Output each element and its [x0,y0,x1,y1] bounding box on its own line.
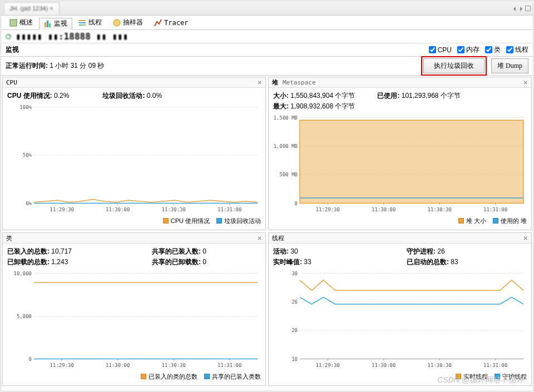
threads-live-label: 活动: [273,247,289,255]
gc-highlight: 执行垃圾回收 [421,56,487,76]
legend-item: 堆 大小 [458,217,486,225]
nav-next-icon[interactable] [518,6,524,11]
svg-rect-2 [47,21,48,27]
tab-menu-icon[interactable] [525,6,531,11]
svg-text:5,000: 5,000 [17,314,32,319]
svg-rect-5 [79,22,86,23]
heap-size-value: 1,550,843,904 个字节 [290,92,355,100]
check-classes[interactable]: 类 [485,45,501,54]
svg-point-7 [113,19,120,26]
heap-used-label: 已使用: [377,92,399,100]
svg-rect-6 [79,24,86,26]
tab-sampler[interactable]: 抽样器 [108,17,148,29]
classes-panel: 类 × 已装入的总数: 10,717 共享的已装入数: 0 已卸载的总数: 1,… [2,232,266,386]
classes-panel-title: 类 [6,234,12,242]
sampler-icon [113,19,121,27]
tab-overview[interactable]: 概述 [4,17,38,29]
classes-sloaded-label: 共享的已装入数: [152,247,201,255]
svg-text:11:31:00: 11:31:00 [483,363,507,368]
threads-panel: 线程 × 活动: 30 守护进程: 26 实时峰值: 33 已启动的总数: 83… [268,232,532,386]
threads-started-label: 已启动的总数: [407,258,449,266]
svg-text:11:29:30: 11:29:30 [316,207,340,212]
close-icon[interactable]: × [258,234,262,242]
svg-text:11:30:30: 11:30:30 [428,363,452,368]
classes-unloaded-label: 已卸载的总数: [7,258,50,266]
monitor-icon [44,20,52,28]
cpu-usage-value: 0.2% [54,92,69,100]
tab-threads[interactable]: 线程 [73,17,107,29]
classes-loaded-label: 已装入的总数: [7,247,50,255]
check-memory[interactable]: 内存 [457,45,479,54]
legend-item: 共享的已装入类数 [204,373,261,381]
nav-prev-icon[interactable] [512,6,517,11]
legend-item: 实时线程 [456,373,488,381]
app-tab[interactable]: JH. (pid 1234) × [3,2,60,14]
classes-sunloaded-value: 0 [202,258,206,266]
threads-peak-value: 33 [304,258,311,266]
cpu-panel-title: CPU [6,79,17,86]
svg-text:11:30:00: 11:30:00 [372,363,395,368]
svg-rect-1 [44,22,46,27]
uptime-label: 正常运行时间: 1 小时 31 分 09 秒 [6,61,104,71]
close-icon[interactable]: × [523,78,528,87]
svg-text:11:30:00: 11:30:00 [372,207,395,212]
svg-text:26: 26 [291,299,298,305]
tab-overview-label: 概述 [19,18,33,27]
legend-item: 守护线程 [495,373,527,381]
gc-button[interactable]: 执行垃圾回收 [423,58,484,73]
close-icon[interactable]: × [258,78,262,87]
svg-rect-4 [79,20,86,21]
legend-item: CPU 使用情况 [163,217,210,225]
classes-unloaded-value: 1,243 [51,258,68,266]
svg-text:11:31:00: 11:31:00 [483,207,507,212]
refresh-icon[interactable] [4,33,12,41]
heap-max-label: 最大: [273,102,289,110]
svg-text:11:30:00: 11:30:00 [106,363,130,368]
cpu-panel: CPU × CPU 使用情况: 0.2% 垃圾回收活动: 0.0% 0%50%1… [2,77,266,230]
cpu-gc-value: 0.0% [147,92,162,100]
tab-monitor[interactable]: 监视 [39,18,72,30]
threads-panel-title: 线程 [272,234,284,242]
threads-live-value: 30 [290,247,298,255]
chart-grid: CPU × CPU 使用情况: 0.2% 垃圾回收活动: 0.0% 0%50%1… [1,76,533,387]
tab-tracer-label: Tracer [164,19,188,27]
heap-size-label: 大小: [273,92,289,100]
heap-dump-button[interactable]: 堆 Dump [491,58,528,73]
overview-icon [9,19,17,27]
svg-text:11:29:30: 11:29:30 [50,363,74,368]
svg-rect-0 [10,19,17,26]
svg-text:0%: 0% [26,201,32,206]
svg-text:11:29:30: 11:29:30 [316,363,340,368]
heap-used-value: 101,293,968 个字节 [402,92,461,100]
sub-tab-bar: 概述 监视 线程 抽样器 Tracer [1,16,533,30]
svg-text:500 MB: 500 MB [279,172,298,177]
classes-sloaded-value: 0 [202,247,206,255]
svg-rect-3 [49,23,51,27]
svg-text:50%: 50% [23,152,32,158]
heap-panel-title[interactable]: 堆 [272,78,278,87]
tracer-icon [154,19,162,27]
legend-item: 垃圾回收活动 [216,217,261,225]
svg-text:0: 0 [29,356,32,362]
svg-text:11:31:00: 11:31:00 [217,207,241,212]
host-label: ▮▮▮▮▮ ▮▮:18888 ▮▮ ▮▮▮ [16,31,128,42]
heap-chart: 0500 MB1,000 MB1,500 MB11:29:3011:30:001… [273,115,527,215]
check-threads[interactable]: 线程 [506,45,528,54]
svg-text:10,000: 10,000 [13,271,32,276]
check-cpu[interactable]: CPU [429,45,452,54]
svg-text:11:29:30: 11:29:30 [50,207,74,212]
svg-text:100%: 100% [19,105,32,110]
tab-tracer[interactable]: Tracer [149,17,193,29]
svg-text:11:30:30: 11:30:30 [428,207,452,212]
threads-chart: 1020263011:29:3011:30:0011:30:3011:31:00 [273,270,527,371]
svg-text:20: 20 [291,328,298,333]
legend-item: 已装入的类的总数 [141,373,197,381]
classes-chart: 05,00010,00011:29:3011:30:0011:30:3011:3… [7,270,261,371]
app-tab-bar: JH. (pid 1234) × [1,1,533,16]
heap-panel-tab2[interactable]: Metaspace [283,79,316,86]
heap-panel: 堆 Metaspace × 大小: 1,550,843,904 个字节 已使用:… [268,77,532,230]
svg-text:10: 10 [291,356,298,362]
close-icon[interactable]: × [523,234,528,242]
monitor-section: 监视 CPU 内存 类 线程 [1,43,533,57]
svg-text:30: 30 [291,271,298,276]
